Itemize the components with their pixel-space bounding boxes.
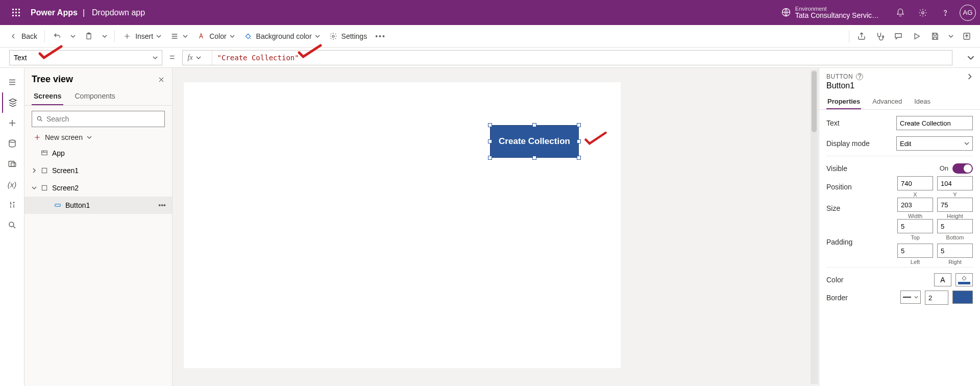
tab-advanced[interactable]: Advanced (871, 94, 903, 109)
save-button[interactable] (926, 25, 944, 47)
settings-button[interactable]: Settings (324, 25, 372, 47)
app-icon (40, 150, 49, 157)
bgcolor-button[interactable]: Background color (239, 25, 324, 47)
resize-handle[interactable] (488, 123, 492, 127)
color-button[interactable]: Color (192, 25, 238, 47)
resize-handle[interactable] (577, 156, 581, 160)
canvas-scrollbar[interactable] (811, 70, 818, 384)
notifications-icon[interactable] (889, 2, 912, 24)
tree-item-screen1[interactable]: Screen1 (24, 162, 172, 179)
resize-handle[interactable] (488, 156, 492, 160)
back-button[interactable]: Back (4, 25, 41, 47)
new-screen-button[interactable]: New screen (24, 130, 172, 144)
comments-button[interactable] (889, 25, 908, 47)
chevron-down-icon (87, 135, 92, 140)
tab-screens[interactable]: Screens (32, 88, 63, 105)
resize-handle[interactable] (532, 156, 536, 160)
checker-button[interactable] (871, 25, 889, 47)
undo-button[interactable] (48, 25, 66, 47)
fx-label[interactable]: fx (183, 51, 212, 65)
font-color-picker[interactable]: A (934, 273, 951, 286)
border-width-input[interactable] (925, 291, 948, 305)
svg-rect-19 (11, 163, 15, 167)
border-color-picker[interactable] (952, 291, 973, 304)
formula-expand[interactable] (962, 54, 980, 61)
resize-handle[interactable] (532, 123, 536, 127)
tree-search-input[interactable] (46, 115, 160, 123)
avatar-initials: AG (963, 9, 973, 16)
tab-ideas[interactable]: Ideas (913, 94, 932, 109)
rail-variables[interactable]: (x) (2, 174, 22, 195)
border-style-picker[interactable] (900, 291, 921, 304)
prop-pad-right-input[interactable] (937, 244, 973, 258)
undo-dropdown[interactable] (66, 25, 80, 47)
prop-y-input[interactable] (937, 176, 973, 190)
chevron-down-icon (70, 34, 76, 39)
rail-search[interactable] (2, 215, 22, 235)
overflow-button[interactable]: ••• (371, 25, 390, 47)
annotation-check-icon (583, 131, 608, 147)
button-control-icon (53, 202, 62, 209)
prop-pad-bottom-input[interactable] (937, 219, 973, 233)
rail-tools[interactable] (2, 195, 22, 215)
rail-media[interactable] (2, 154, 22, 174)
new-screen-label: New screen (45, 133, 83, 141)
help-icon[interactable]: ? (856, 73, 863, 80)
close-icon[interactable] (158, 76, 165, 83)
tab-components[interactable]: Components (72, 88, 117, 105)
help-icon[interactable] (934, 2, 957, 24)
tree-search[interactable] (32, 111, 165, 127)
app-launcher-icon[interactable] (4, 1, 29, 25)
tab-properties[interactable]: Properties (826, 94, 861, 109)
svg-rect-0 (12, 9, 14, 10)
prop-text-input[interactable] (896, 116, 973, 130)
list-icon (169, 32, 180, 40)
svg-point-11 (945, 14, 945, 15)
fill-color-picker[interactable] (955, 273, 973, 286)
rail-insert[interactable] (2, 113, 22, 133)
more-icon[interactable]: ••• (158, 201, 166, 209)
tree-item-screen2[interactable]: Screen2 (24, 179, 172, 197)
layout-button[interactable] (165, 25, 192, 47)
chevron-down-icon (964, 141, 969, 146)
chevron-right-icon[interactable] (967, 74, 973, 80)
insert-button[interactable]: Insert (118, 25, 165, 47)
prop-displaymode-select[interactable]: Edit (896, 136, 973, 151)
environment-name: Tata Consultancy Servic… (795, 12, 879, 19)
tree-item-app[interactable]: App (24, 144, 172, 162)
user-avatar[interactable]: AG (960, 5, 976, 21)
chevron-right-icon[interactable] (32, 168, 39, 173)
resize-handle[interactable] (577, 139, 581, 143)
prop-pad-left-input[interactable] (897, 244, 933, 258)
rail-tree-view[interactable] (2, 92, 22, 113)
svg-rect-18 (9, 161, 14, 167)
canvas-area: Create Collection (173, 68, 819, 386)
preview-button[interactable] (908, 25, 926, 47)
formula-input[interactable]: "Create Collection" (212, 54, 952, 62)
canvas-button-control[interactable]: Create Collection (490, 125, 579, 158)
resize-handle[interactable] (488, 139, 492, 143)
prop-pad-top-input[interactable] (897, 219, 933, 233)
settings-gear-icon[interactable] (912, 2, 934, 24)
paste-button[interactable] (80, 25, 98, 47)
chevron-down-icon[interactable] (32, 185, 39, 190)
paste-dropdown[interactable] (98, 25, 111, 47)
property-dropdown[interactable]: Text (9, 50, 162, 65)
svg-rect-3 (12, 12, 14, 13)
prop-visible-toggle[interactable] (952, 163, 973, 174)
screen-canvas[interactable]: Create Collection (184, 82, 621, 368)
publish-button[interactable] (958, 25, 976, 47)
save-dropdown[interactable] (944, 25, 958, 47)
tree-item-button1[interactable]: Button1 ••• (24, 197, 172, 214)
prop-x-input[interactable] (897, 176, 933, 190)
environment-picker[interactable]: Environment Tata Consultancy Servic… (781, 6, 879, 19)
share-button[interactable] (852, 25, 871, 47)
chevron-down-icon (230, 34, 235, 39)
rail-data[interactable] (2, 133, 22, 154)
command-bar: Back Insert Color Background color Setti… (0, 25, 980, 47)
rail-hamburger[interactable] (2, 72, 22, 92)
prop-text-label: Text (826, 119, 896, 127)
prop-height-input[interactable] (937, 198, 973, 212)
resize-handle[interactable] (577, 123, 581, 127)
prop-width-input[interactable] (897, 198, 933, 212)
